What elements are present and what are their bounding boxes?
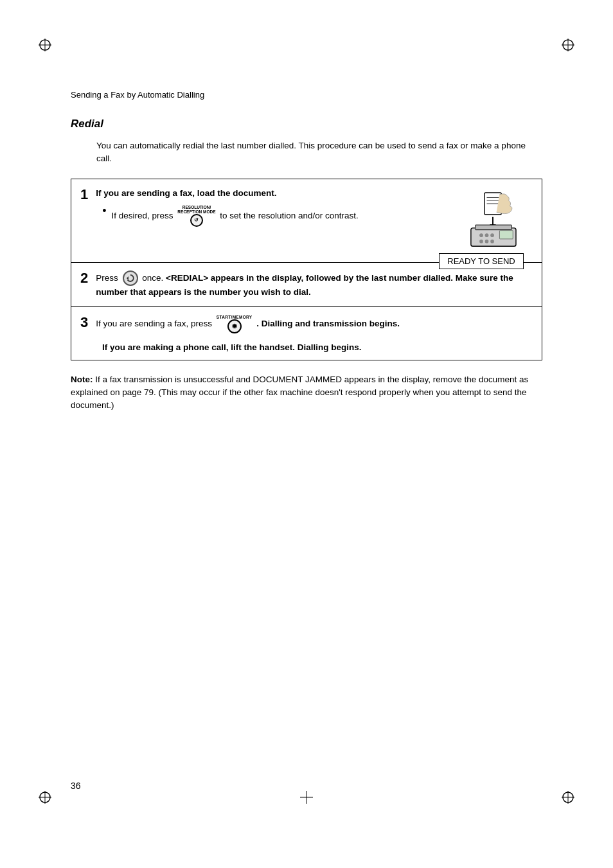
resolution-mode-button: RESOLUTION/RECEPTION MODE ↺	[177, 205, 215, 227]
step-2-number: 2	[80, 270, 88, 286]
svg-point-27	[490, 239, 494, 243]
step-1-number: 1	[80, 187, 88, 202]
svg-point-22	[479, 233, 483, 237]
svg-point-26	[485, 239, 489, 243]
step-1-bullet: • If desired, press RESOLUTION/RECEPTION…	[102, 205, 439, 227]
note-label: Note:	[71, 375, 93, 384]
start-memory-circle: ◉	[227, 319, 242, 333]
step-3-content: If you are sending a fax, press START/ME…	[96, 315, 400, 333]
start-memory-label: START/MEMORY	[217, 315, 253, 319]
step-3-phone-call-text: If you are making a phone call, lift the…	[102, 342, 362, 352]
step-3-number: 3	[80, 315, 88, 330]
page-number: 36	[71, 781, 81, 791]
step-3-row: 3 If you are sending a fax, press START/…	[71, 307, 542, 360]
step-2-row: 2 Press once. <REDIAL> appears in the di…	[71, 263, 542, 307]
svg-point-25	[479, 239, 483, 243]
step-1-main-text: If you are sending a fax, load the docum…	[96, 188, 276, 198]
bullet-dot: •	[102, 205, 106, 217]
resolution-button-circle: ↺	[190, 214, 203, 227]
redial-button	[123, 270, 138, 286]
step-2-bold-text: <REDIAL> appears in the display, followe…	[96, 272, 513, 296]
note-body: If a fax transmission is unsuccessful an…	[71, 375, 528, 411]
svg-rect-21	[475, 225, 512, 230]
step-3-bottom-text: If you are making a phone call, lift the…	[102, 342, 362, 352]
fax-machine-svg	[440, 191, 523, 249]
step-1-bullet-text: If desired, press RESOLUTION/RECEPTION M…	[112, 205, 359, 227]
step-2-content: Press once. <REDIAL> appears in the disp…	[96, 270, 533, 299]
svg-point-23	[485, 233, 489, 237]
fax-illustration: READY TO SEND	[430, 186, 533, 269]
start-memory-button: START/MEMORY ◉	[217, 315, 253, 333]
corner-mark-bm	[294, 778, 319, 804]
intro-text: You can automatically redial the last nu…	[96, 139, 542, 166]
corner-mark-bl	[39, 778, 64, 804]
resolution-button-label: RESOLUTION/RECEPTION MODE	[177, 205, 215, 214]
redial-button-circle	[123, 270, 138, 286]
corner-mark-tr	[549, 39, 574, 64]
steps-box: 1 If you are sending a fax, load the doc…	[71, 179, 542, 360]
step-1-row: 1 If you are sending a fax, load the doc…	[71, 179, 542, 263]
step-3-first-line: 3 If you are sending a fax, press START/…	[80, 315, 400, 333]
step-3-bold-suffix: . Dialling and transmission begins.	[256, 319, 400, 328]
svg-point-24	[490, 233, 494, 237]
svg-marker-29	[127, 276, 129, 280]
corner-mark-br	[549, 778, 574, 804]
section-title: Redial	[71, 118, 542, 130]
note-section: Note: If a fax transmission is unsuccess…	[71, 373, 542, 412]
corner-mark-tl	[39, 39, 64, 64]
page-header: Sending a Fax by Automatic Dialling	[71, 90, 542, 100]
svg-rect-28	[499, 230, 513, 238]
